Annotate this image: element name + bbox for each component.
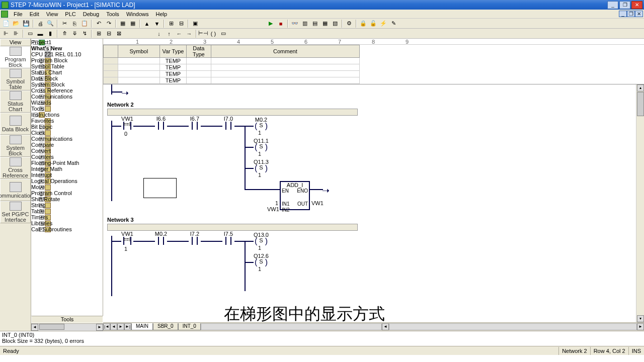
undo-button[interactable]: ↶ (94, 19, 103, 28)
menu-view[interactable]: View (43, 11, 62, 18)
tab-next[interactable]: ► (117, 323, 124, 330)
upload-button[interactable]: ▲ (142, 19, 151, 28)
ladder-function-box[interactable]: ADD_IENENOIN1OUTIN2 (280, 181, 310, 210)
tree-node[interactable]: +Wizards (31, 100, 103, 106)
lt-coil[interactable]: ( ) (209, 29, 218, 38)
ladder-coil[interactable]: (S) (254, 237, 269, 244)
save-button[interactable]: 💾 (22, 19, 31, 28)
close-button[interactable]: ✕ (631, 1, 642, 9)
ladder-contact[interactable] (155, 237, 167, 245)
tab-prev[interactable]: ◄ (110, 323, 117, 330)
hscroll-right[interactable]: ► (637, 323, 644, 330)
ladder-contact[interactable] (222, 122, 234, 130)
menu-windows[interactable]: Windows (123, 11, 152, 18)
tree-node[interactable]: +Status Chart (31, 69, 103, 75)
menu-debug[interactable]: Debug (79, 11, 103, 18)
mdi-close[interactable]: ✕ (635, 11, 643, 17)
lt-j[interactable]: ⊟ (104, 29, 113, 38)
tb-i[interactable]: 🔒 (359, 19, 368, 28)
tree-node[interactable]: +Clock (31, 130, 103, 136)
menu-edit[interactable]: Edit (26, 11, 43, 18)
tree-node[interactable]: +System Block (31, 81, 103, 87)
tb-d[interactable]: ▥ (300, 19, 309, 28)
ladder-contact[interactable] (222, 237, 234, 245)
lt-b[interactable]: ⊪ (12, 29, 21, 38)
tree-node[interactable]: +Tools (31, 106, 103, 112)
tree-node[interactable]: +Communications (31, 136, 103, 142)
tb-f[interactable]: ▦ (320, 19, 330, 28)
tree-hscroll[interactable]: ◄ ► (31, 323, 103, 331)
tree-node[interactable]: +Convert (31, 148, 103, 154)
tree-node[interactable]: +Program Block (31, 57, 103, 63)
tree-node[interactable]: +Timers (31, 214, 103, 220)
network-comment[interactable] (107, 224, 358, 231)
tree-node[interactable]: +Move (31, 184, 103, 190)
ladder-contact[interactable] (155, 122, 167, 130)
lt-contact[interactable]: ⊢⊣ (199, 29, 208, 38)
stop-button[interactable]: ■ (276, 19, 285, 28)
tb-g[interactable]: ▧ (331, 19, 340, 28)
run-button[interactable]: ▶ (266, 19, 275, 28)
selection-rect[interactable] (143, 178, 177, 198)
monitor-button[interactable]: 👓 (290, 19, 299, 28)
ladder-coil[interactable]: (S) (254, 143, 269, 150)
tab-main[interactable]: MAIN (131, 323, 153, 330)
ladder-contact[interactable] (189, 122, 201, 130)
ladder-coil[interactable]: (S) (254, 122, 269, 129)
nav-cross-reference[interactable]: Cross Reference (0, 157, 31, 179)
tree-node[interactable]: +Logical Operations (31, 178, 103, 184)
variable-table[interactable]: SymbolVar TypeData TypeCommentTEMPTEMPTE… (103, 45, 644, 84)
open-button[interactable]: 📂 (12, 19, 21, 28)
ladder-contact[interactable] (189, 237, 201, 245)
tree-node[interactable]: +Integer Math (31, 166, 103, 172)
tb-j[interactable]: 🔓 (369, 19, 378, 28)
hscroll-left[interactable]: ◄ (382, 323, 389, 330)
nav-set-pg-pc-interface[interactable]: Set PG/PC Interface (0, 201, 31, 223)
lt-g[interactable]: ⤋ (70, 29, 79, 38)
tb-h[interactable]: ⚙ (345, 19, 354, 28)
lt-k[interactable]: ⊠ (114, 29, 123, 38)
ladder-editor[interactable]: ▴ ▾ ➝ Network 2 VW1==I0I6.6I6.7I7.0(S)M0… (103, 84, 644, 322)
nav-program-block[interactable]: Program Block (0, 46, 31, 68)
tree-node[interactable]: +Data Block (31, 75, 103, 81)
nav-symbol-table[interactable]: Symbol Table (0, 68, 31, 90)
tree-node[interactable]: -Project1 (31, 39, 103, 45)
minimize-button[interactable]: _ (607, 1, 618, 9)
copy-button[interactable]: ⎘ (70, 19, 79, 28)
lt-up[interactable]: ↑ (165, 29, 174, 38)
lt-right[interactable]: → (185, 29, 194, 38)
tree-node[interactable]: +Compare (31, 142, 103, 148)
lt-box[interactable]: ▭ (219, 29, 228, 38)
mdi-restore[interactable]: ❐ (627, 11, 635, 17)
tree-node[interactable]: +String (31, 202, 103, 208)
tree-node[interactable]: +Program Control (31, 190, 103, 196)
lt-d[interactable]: ▬ (36, 29, 45, 38)
tree-node[interactable]: -Instructions (31, 112, 103, 118)
tree-node[interactable]: +Libraries (31, 220, 103, 226)
h-scroll-track[interactable] (201, 323, 382, 330)
hscroll-track2[interactable] (389, 323, 637, 330)
project-tree[interactable]: -Project1What's NewCPU 221 REL 01.10+Pro… (31, 39, 103, 316)
tree-node[interactable]: +Symbol Table (31, 63, 103, 69)
tb-k[interactable]: ⚡ (379, 19, 388, 28)
tree-node[interactable]: +Call Subroutines (31, 226, 103, 232)
tree-node[interactable]: +Floating-Point Math (31, 160, 103, 166)
compile-all-button[interactable]: ▦ (128, 19, 137, 28)
lt-h[interactable]: ↯ (80, 29, 89, 38)
paste-button[interactable]: 📋 (80, 19, 89, 28)
tree-node[interactable]: +Bit Logic (31, 124, 103, 130)
ladder-coil[interactable]: (S) (254, 164, 269, 171)
nav-data-block[interactable]: Data Block (0, 113, 31, 135)
lt-f[interactable]: ⤊ (60, 29, 69, 38)
menu-file[interactable]: File (10, 11, 26, 18)
lt-i[interactable]: ⊞ (94, 29, 103, 38)
tree-node[interactable]: +Table (31, 208, 103, 214)
menu-help[interactable]: Help (152, 11, 171, 18)
download-button[interactable]: ▼ (152, 19, 162, 28)
tree-node[interactable]: What's New (31, 45, 103, 51)
tb-c[interactable]: ▣ (191, 19, 200, 28)
menu-plc[interactable]: PLC (61, 11, 79, 18)
new-button[interactable]: 📄 (2, 19, 11, 28)
tb-b[interactable]: ⊟ (177, 19, 186, 28)
tree-node[interactable]: CPU 221 REL 01.10 (31, 51, 103, 57)
